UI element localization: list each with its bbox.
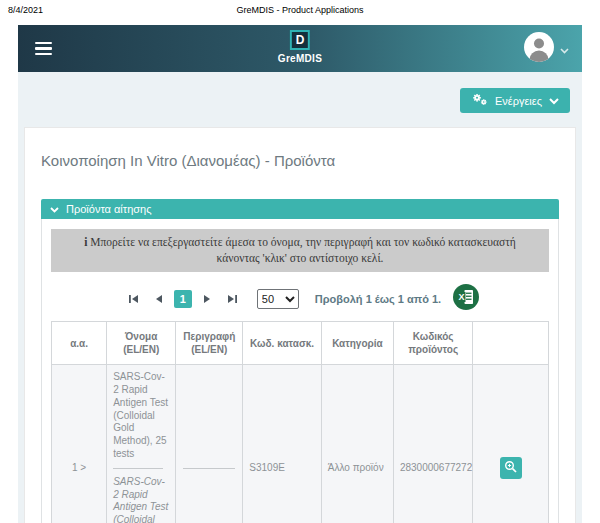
brand-name: GreMDIS bbox=[278, 53, 322, 64]
products-panel-header[interactable]: Προϊόντα αίτησης bbox=[41, 199, 559, 219]
page-size-select[interactable]: 50 bbox=[257, 289, 299, 309]
hamburger-menu-icon[interactable] bbox=[35, 42, 52, 56]
zoom-in-icon bbox=[504, 460, 517, 476]
cell-description[interactable] bbox=[176, 365, 243, 523]
top-navbar: D GreMDIS bbox=[18, 25, 582, 72]
collapse-chevron-down-icon bbox=[50, 203, 59, 215]
pagination-bar: 1 50 Προβολή 1 έως 1 από 1. bbox=[51, 284, 549, 313]
user-avatar-icon bbox=[524, 32, 554, 66]
user-menu[interactable] bbox=[524, 32, 569, 66]
pagination-summary: Προβολή 1 έως 1 από 1. bbox=[315, 293, 441, 305]
col-header-name: Όνομα (EL/EN) bbox=[107, 322, 176, 365]
actions-row: Ενέργειες bbox=[18, 72, 582, 127]
products-panel-title: Προϊόντα αίτησης bbox=[66, 203, 151, 215]
print-date: 8/4/2021 bbox=[8, 5, 43, 15]
cell-index[interactable]: 1 > bbox=[52, 365, 107, 523]
col-header-product-code: Κωδικός προϊόντος bbox=[393, 322, 473, 365]
info-message: i Μπορείτε να επεξεργαστείτε άμεσα το όν… bbox=[51, 229, 549, 272]
previous-page-button[interactable] bbox=[149, 292, 167, 306]
last-page-button[interactable] bbox=[223, 292, 242, 306]
print-header: 8/4/2021 GreMDIS - Product Applications bbox=[0, 5, 600, 19]
cell-product-code: 2830000677272 bbox=[393, 365, 473, 523]
page: { "print_header": { "date": "8/4/2021", … bbox=[0, 0, 600, 523]
col-header-description: Περιγραφή (EL/EN) bbox=[176, 322, 243, 365]
actions-button-label: Ενέργειες bbox=[495, 95, 542, 107]
content-card: Κοινοποίηση In Vitro (Διανομέας) - Προϊό… bbox=[24, 127, 576, 523]
cell-manufacturer-code[interactable]: S3109E bbox=[243, 365, 322, 523]
products-panel: Προϊόντα αίτησης i Μπορείτε να επεξεργασ… bbox=[41, 199, 559, 523]
excel-icon: X bbox=[453, 284, 479, 313]
actions-button[interactable]: Ενέργειες bbox=[460, 88, 570, 113]
view-product-button[interactable] bbox=[500, 457, 522, 479]
description-divider bbox=[183, 468, 235, 469]
cell-category: Άλλο προϊόν bbox=[321, 365, 393, 523]
products-table: α.α. Όνομα (EL/EN) Περιγραφή (EL/EN) Κωδ… bbox=[51, 321, 549, 523]
user-chevron-down-icon bbox=[560, 40, 569, 58]
product-name-en: SARS-Cov-2 Rapid Antigen Test (Colloidal… bbox=[113, 476, 169, 523]
app-window: D GreMDIS bbox=[18, 25, 582, 523]
info-text: Μπορείτε να επεξεργαστείτε άμεσα το όνομ… bbox=[87, 236, 515, 264]
col-header-actions bbox=[473, 322, 549, 365]
product-name-el: SARS-Cov-2 Rapid Antigen Test (Colloidal… bbox=[113, 371, 169, 461]
table-header-row: α.α. Όνομα (EL/EN) Περιγραφή (EL/EN) Κωδ… bbox=[52, 322, 549, 365]
first-page-button[interactable] bbox=[124, 292, 143, 306]
brand[interactable]: D GreMDIS bbox=[278, 30, 322, 64]
print-title: GreMDIS - Product Applications bbox=[0, 5, 600, 15]
actions-chevron-down-icon bbox=[549, 95, 559, 107]
col-header-manufacturer-code: Κωδ. κατασκ. bbox=[243, 322, 322, 365]
col-header-index: α.α. bbox=[52, 322, 107, 365]
cell-name[interactable]: SARS-Cov-2 Rapid Antigen Test (Colloidal… bbox=[107, 365, 176, 523]
cell-actions bbox=[473, 365, 549, 523]
page-title: Κοινοποίηση In Vitro (Διανομέας) - Προϊό… bbox=[41, 152, 559, 169]
current-page-button[interactable]: 1 bbox=[174, 290, 192, 308]
gears-icon bbox=[471, 93, 488, 108]
brand-logo-icon: D bbox=[290, 30, 310, 50]
col-header-category: Κατηγορία bbox=[321, 322, 393, 365]
table-row: 1 > SARS-Cov-2 Rapid Antigen Test (Collo… bbox=[52, 365, 549, 523]
products-panel-body: i Μπορείτε να επεξεργαστείτε άμεσα το όν… bbox=[41, 219, 559, 523]
export-excel-button[interactable]: X bbox=[453, 284, 479, 313]
name-divider bbox=[113, 468, 162, 469]
next-page-button[interactable] bbox=[199, 292, 217, 306]
svg-text:X: X bbox=[459, 293, 465, 303]
